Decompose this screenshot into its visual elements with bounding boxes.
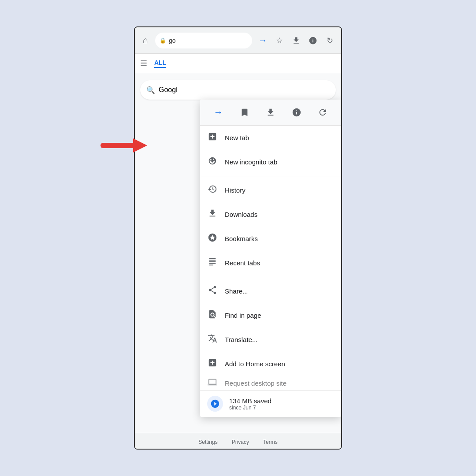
menu-item-bookmarks[interactable]: Bookmarks xyxy=(200,227,341,251)
refresh-icon[interactable]: ↻ xyxy=(322,33,338,48)
bookmark-icon[interactable]: ☆ xyxy=(271,33,287,48)
incognito-label: New incognito tab xyxy=(225,158,277,166)
find-in-page-label: Find in page xyxy=(225,312,261,319)
menu-download-icon[interactable] xyxy=(262,104,279,121)
menu-item-downloads[interactable]: Downloads xyxy=(200,202,341,227)
new-tab-label: New tab xyxy=(225,134,249,141)
forward-icon[interactable]: → xyxy=(255,33,271,48)
address-bar-text: go xyxy=(169,37,176,44)
browser-toolbar: ⌂ 🔒 go → ☆ ↻ xyxy=(135,27,341,54)
dropdown-menu: → xyxy=(200,100,341,417)
menu-item-new-incognito-tab[interactable]: New incognito tab xyxy=(200,150,341,174)
phone-frame: ⌂ 🔒 go → ☆ ↻ ☰ ALL xyxy=(134,26,342,450)
menu-info-icon[interactable] xyxy=(288,104,305,121)
translate-label: Translate... xyxy=(225,336,257,343)
toolbar-icons: → ☆ ↻ xyxy=(255,33,338,48)
new-tab-icon xyxy=(207,132,218,144)
add-home-screen-label: Add to Home screen xyxy=(225,360,285,368)
red-arrow-container xyxy=(99,136,147,157)
menu-item-translate[interactable]: Translate... xyxy=(200,327,341,352)
bookmarks-icon xyxy=(207,233,218,245)
menu-item-share[interactable]: Share... xyxy=(200,279,341,303)
menu-item-history[interactable]: History xyxy=(200,178,341,202)
menu-item-new-tab[interactable]: New tab xyxy=(200,126,341,150)
downloads-label: Downloads xyxy=(225,211,257,218)
divider-2 xyxy=(200,277,341,277)
menu-item-add-home-screen[interactable]: Add to Home screen xyxy=(200,352,341,376)
history-label: History xyxy=(225,186,245,194)
download-icon[interactable] xyxy=(288,33,304,48)
privacy-link[interactable]: Privacy xyxy=(232,439,249,445)
menu-refresh-icon[interactable] xyxy=(314,104,331,121)
lock-icon: 🔒 xyxy=(160,37,166,44)
history-icon xyxy=(207,184,218,196)
share-label: Share... xyxy=(225,287,248,295)
bookmarks-label: Bookmarks xyxy=(225,235,258,242)
dropdown-icon-row: → xyxy=(200,100,341,126)
menu-item-find-in-page[interactable]: Find in page xyxy=(200,303,341,327)
info-icon[interactable] xyxy=(305,33,321,48)
savings-sub-text: since Jun 7 xyxy=(229,405,271,411)
menu-bookmark-icon[interactable] xyxy=(236,104,253,121)
tab-all[interactable]: ALL xyxy=(154,59,166,68)
terms-link[interactable]: Terms xyxy=(263,439,278,445)
add-home-screen-icon xyxy=(207,358,218,370)
hamburger-menu-icon[interactable]: ☰ xyxy=(140,59,147,68)
bottom-bar: Settings Privacy Terms xyxy=(135,433,341,450)
recent-tabs-label: Recent tabs xyxy=(225,259,260,267)
content-search-bar[interactable]: 🔍 Googl xyxy=(140,80,336,100)
savings-main-text: 134 MB saved xyxy=(229,397,271,405)
request-desktop-label: Request desktop site xyxy=(225,379,286,387)
tab-bar: ☰ ALL xyxy=(135,54,341,73)
downloads-icon xyxy=(207,208,218,220)
address-bar[interactable]: 🔒 go xyxy=(155,33,252,48)
browser-content: 🔍 Googl Settings Privacy Terms → xyxy=(135,73,341,450)
settings-link[interactable]: Settings xyxy=(198,439,217,445)
find-in-page-icon xyxy=(207,309,218,321)
search-icon-content: 🔍 xyxy=(146,86,155,94)
request-desktop-icon xyxy=(207,377,218,389)
recent-tabs-icon xyxy=(207,257,218,269)
savings-icon xyxy=(207,396,223,412)
menu-forward-icon[interactable]: → xyxy=(210,104,227,121)
home-icon[interactable]: ⌂ xyxy=(138,35,152,45)
share-icon xyxy=(207,285,218,297)
dropdown-footer: 134 MB saved since Jun 7 xyxy=(200,390,341,417)
menu-item-request-desktop[interactable]: Request desktop site xyxy=(200,376,341,390)
svg-marker-0 xyxy=(133,138,147,152)
page-background: ⌂ 🔒 go → ☆ ↻ ☰ ALL xyxy=(0,0,476,476)
incognito-icon xyxy=(207,156,218,168)
google-text: Googl xyxy=(159,86,178,94)
translate-icon xyxy=(207,334,218,346)
divider-1 xyxy=(200,176,341,176)
menu-item-recent-tabs[interactable]: Recent tabs xyxy=(200,251,341,275)
savings-text-container: 134 MB saved since Jun 7 xyxy=(229,397,271,411)
